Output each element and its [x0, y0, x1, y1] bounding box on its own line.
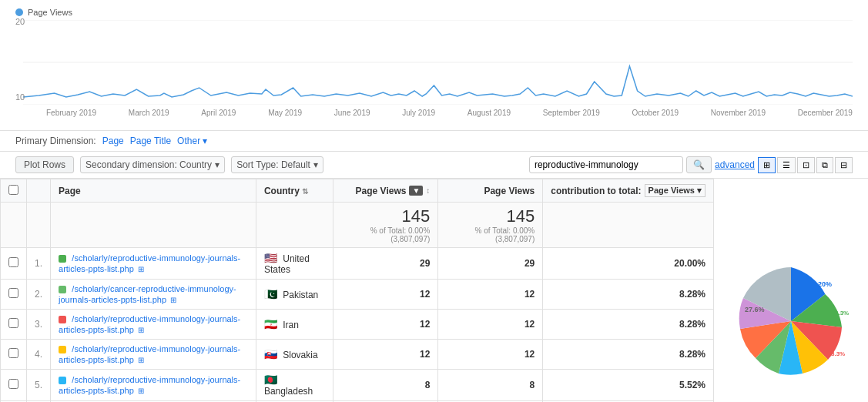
row-checkbox[interactable] — [8, 288, 18, 298]
table-row: 4. /scholarly/reproductive-immunology-jo… — [1, 340, 714, 370]
page-link[interactable]: /scholarly/reproductive-immunology-journ… — [59, 344, 240, 364]
custom-view-button[interactable]: ⊟ — [835, 157, 853, 173]
table-row: 2. /scholarly/cancer-reproductive-immuno… — [1, 280, 714, 310]
row-color-dot — [59, 255, 66, 263]
svg-text:20%: 20% — [818, 280, 832, 288]
pivot-view-button[interactable]: ⊡ — [797, 157, 815, 173]
page-link[interactable]: /scholarly/reproductive-immunology-journ… — [59, 253, 240, 273]
pie-chart-wrap: 20% 8.3% 8.3% 27.6% — [714, 179, 868, 402]
page-link[interactable]: /scholarly/cancer-reproductive-immunolog… — [59, 284, 236, 304]
data-table: Page Country ⇅ Page Views ▼ ↕ Page Views — [0, 179, 714, 402]
dim-page-title-link[interactable]: Page Title — [130, 136, 171, 146]
chart-legend: Page Views — [15, 8, 853, 17]
page-link[interactable]: /scholarly/reproductive-immunology-journ… — [59, 314, 240, 334]
row-color-dot — [59, 316, 66, 323]
page-link[interactable]: /scholarly/reproductive-immunology-journ… — [59, 375, 240, 395]
plot-rows-button[interactable]: Plot Rows — [15, 156, 74, 173]
row-checkbox[interactable] — [8, 379, 18, 389]
dim-other-link[interactable]: Other ▾ — [177, 136, 207, 146]
row-color-dot — [59, 377, 66, 384]
row-checkbox[interactable] — [8, 348, 18, 358]
select-all-checkbox[interactable] — [8, 185, 18, 195]
row-checkbox[interactable] — [8, 318, 18, 328]
toolbar: Plot Rows Secondary dimension: Country ▾… — [0, 152, 868, 179]
dimension-bar: Primary Dimension: Page Page Title Other… — [0, 131, 868, 152]
primary-dimension-label: Primary Dimension: — [15, 136, 96, 146]
page-views-dot — [15, 8, 23, 16]
row-checkbox[interactable] — [8, 257, 18, 267]
table-row: 3. /scholarly/reproductive-immunology-jo… — [1, 310, 714, 340]
compare-view-button[interactable]: ⧉ — [816, 157, 833, 173]
search-wrap: 🔍 advanced ⊞ ☰ ⊡ ⧉ ⊟ — [529, 156, 853, 173]
svg-text:8.3%: 8.3% — [831, 350, 845, 357]
row-color-dot — [59, 286, 66, 293]
search-button[interactable]: 🔍 — [686, 156, 712, 173]
data-table-wrap: Page Country ⇅ Page Views ▼ ↕ Page Views — [0, 179, 868, 402]
table-row: 5. /scholarly/reproductive-immunology-jo… — [1, 370, 714, 401]
search-input[interactable] — [529, 156, 683, 173]
chart-x-labels: February 2019 March 2019 April 2019 May … — [46, 109, 853, 117]
totals-row: 145 % of Total: 0.00% (3,807,097) 145 % … — [1, 203, 714, 248]
chart-area: Page Views 20 10 February 2019 March 201… — [0, 0, 868, 131]
chart-legend-label: Page Views — [28, 8, 72, 17]
page-views-col1-header: Page Views ▼ ↕ — [333, 179, 438, 203]
sort-type-select[interactable]: Sort Type: Default ▾ — [231, 156, 323, 173]
country-col-header: Country ⇅ — [256, 179, 333, 203]
contribution-col-header: contribution to total: Page Views ▾ — [543, 179, 714, 203]
list-view-button[interactable]: ☰ — [777, 157, 796, 173]
page-col-header: Page — [51, 179, 256, 203]
contribution-metric-select[interactable]: Page Views ▾ — [645, 184, 705, 197]
svg-text:8.3%: 8.3% — [835, 310, 849, 317]
view-icons: ⊞ ☰ ⊡ ⧉ ⊟ — [758, 157, 853, 173]
secondary-dimension-select[interactable]: Secondary dimension: Country ▾ — [80, 156, 225, 173]
svg-text:27.6%: 27.6% — [745, 306, 765, 313]
table-row: 1. /scholarly/reproductive-immunology-jo… — [1, 248, 714, 280]
dim-page-link[interactable]: Page — [102, 136, 124, 146]
chart-y-labels: 20 10 — [15, 17, 25, 102]
chart-svg — [23, 20, 853, 105]
page-views-col2-header: Page Views — [438, 179, 543, 203]
pie-chart: 20% 8.3% 8.3% 27.6% — [729, 260, 853, 383]
grid-view-button[interactable]: ⊞ — [758, 157, 776, 173]
row-color-dot — [59, 346, 66, 353]
advanced-button[interactable]: advanced — [715, 159, 755, 170]
